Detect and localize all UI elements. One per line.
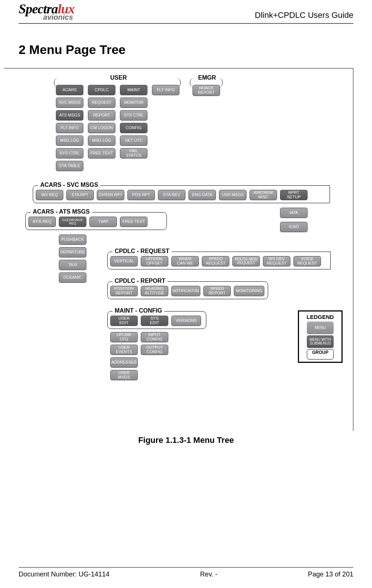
btn-pos-rpt: POS RPT xyxy=(127,190,155,200)
legend-menu-sub: MENU WITH SUBMENUS xyxy=(307,335,334,348)
btn-vertical: VERTICAL xyxy=(110,256,138,266)
btn-hijack: HIJACK REPORT xyxy=(193,85,220,96)
btn-clearance: CLEARANCE REQ xyxy=(59,217,86,227)
menu-tree-diagram: USER EMGR ACARS SVC MSGS ATS MSGS FLT IN… xyxy=(4,74,350,427)
btn-atis-req: ATIS REQ xyxy=(28,217,56,227)
group-user-label: USER xyxy=(108,74,129,81)
legend-box: LEDGEND MENU MENU WITH SUBMENUS GROUP xyxy=(298,310,343,363)
btn-freetext2: FREE TEXT xyxy=(120,217,147,227)
btn-ats-msgs: ATS MSGS xyxy=(56,110,83,121)
btn-wx-dev: WX DEV REQUEST xyxy=(263,256,290,266)
document-title: Dlink+CPDLC Users Guide xyxy=(255,10,353,20)
btn-addresses: ADDRESSES xyxy=(110,357,138,368)
btn-notif: NOTIFICAITON xyxy=(171,286,200,296)
btn-userev: USER EVENTS xyxy=(110,345,138,355)
legend-menu: MENU xyxy=(307,322,334,334)
page-footer: Document Number: UG-14114 Rev. - Page 13… xyxy=(19,567,353,578)
btn-pushback: PUSHBACK xyxy=(59,234,86,245)
group-req-label: CPDLC - REQUEST xyxy=(112,248,172,255)
btn-usermsgs: USER MSGS xyxy=(110,370,138,380)
btn-svc-msgs: SVC MSGS xyxy=(56,98,83,108)
btn-oceanic: OCEANIC xyxy=(59,272,86,283)
btn-sys-edit: SYS EDIT xyxy=(141,316,168,326)
btn-pos-rep: POSITION REPORT xyxy=(110,286,138,296)
section-heading: 2 Menu Page Tree xyxy=(19,42,353,57)
btn-dvrsn: DVRSN RPT xyxy=(97,190,124,200)
group-svc-label: ACARS - SVC MSGS xyxy=(38,182,101,188)
btn-maint: MAINT xyxy=(120,85,147,95)
page-header: Spectralux avionics Dlink+CPDLC Users Gu… xyxy=(19,0,353,24)
group-rep-label: CPDLC - REPORT xyxy=(112,278,168,284)
btn-sta-table: STA TABLE xyxy=(56,161,83,171)
btn-departure: DEPARTURE xyxy=(59,247,86,258)
btn-request: REQUEST xyxy=(88,98,115,108)
btn-twip: TWIP xyxy=(89,217,117,227)
btn-eta-rev: ETA REV xyxy=(158,190,185,200)
btn-speed-req: SPEED REQUEST xyxy=(202,256,229,266)
btn-hdg-alt: HEADING ALTITUDE xyxy=(141,286,168,296)
btn-in-cfg: INPUT CONFIG xyxy=(141,332,168,342)
btn-fail-stat: FAIL STATUS xyxy=(120,148,147,159)
group-ats-label: ACARS - ATS MSGS xyxy=(31,208,92,215)
btn-report: REPORT xyxy=(88,110,115,121)
btn-lat-off: LATERAL OFFSET xyxy=(141,256,168,266)
btn-acars: ACARS xyxy=(56,85,83,95)
btn-config: CONFIG xyxy=(120,123,147,133)
btn-flt-info2: FLT INFO xyxy=(152,85,179,95)
btn-msg-log: MSG LOG xyxy=(56,135,83,146)
btn-uplink: UPLINK CFG xyxy=(110,332,138,342)
btn-monitor: MONITOR xyxy=(120,98,147,108)
group-emgr-label: EMGR xyxy=(196,74,218,81)
btn-monitoring: MONITORING xyxy=(234,286,264,296)
btn-usr-msgs: USR MSGS xyxy=(219,190,247,200)
footer-page: Page 13 of 201 xyxy=(308,571,353,578)
btn-when-can: WHEN CAN WE xyxy=(171,256,199,266)
btn-aircrew: AIRCREW MISC xyxy=(249,190,277,200)
btn-eng-data: ENG DATA xyxy=(188,190,216,200)
group-cfg-label: MAINT - CONFIG xyxy=(112,307,164,314)
footer-docnum: Document Number: UG-14114 xyxy=(19,571,109,578)
btn-sys-ctrl: SYS CTRL xyxy=(56,148,83,159)
btn-speed-rep: SPEED REPORT xyxy=(203,286,231,296)
btn-out-cfg: OUTPUT CONFIG xyxy=(141,345,168,355)
btn-sys-ctrl2: SYS CTRL xyxy=(120,110,147,121)
btn-free-text: FREE TEXT xyxy=(88,148,115,159)
btn-wx-req: WX REQ xyxy=(36,190,63,200)
btn-versions: VERSIONS xyxy=(171,316,201,326)
btn-icao: ICAO xyxy=(280,222,308,232)
btn-eta-rpt: ETA RPT xyxy=(66,190,94,200)
btn-msg-log2: MSG LOG xyxy=(88,135,115,146)
btn-cm-logon: CM LOGON xyxy=(88,123,115,133)
btn-set-utc: SET UTC xyxy=(120,135,147,146)
btn-route-mod: ROUTE MOD REQUEST xyxy=(232,256,260,266)
legend-title: LEDGEND xyxy=(301,314,339,320)
figure-frame: USER EMGR ACARS SVC MSGS ATS MSGS FLT IN… xyxy=(4,68,353,431)
btn-user-edit: USER EDIT xyxy=(110,316,138,326)
btn-iata: IATA xyxy=(280,208,308,218)
footer-rev: Rev. - xyxy=(200,571,217,578)
btn-flt-info: FLT INFO xyxy=(56,123,83,133)
legend-group: GROUP xyxy=(307,349,334,359)
btn-taxi: TAXI xyxy=(59,260,86,270)
figure-caption: Figure 1.1.3-1 Menu Tree xyxy=(19,435,353,445)
btn-cpdlc: CPDLC xyxy=(88,85,115,95)
brand-logo: Spectralux avionics xyxy=(19,2,74,21)
btn-rprt-setup: RPRT SETUP xyxy=(280,190,308,200)
btn-voice-req: VOICE REQUEST xyxy=(293,256,321,266)
